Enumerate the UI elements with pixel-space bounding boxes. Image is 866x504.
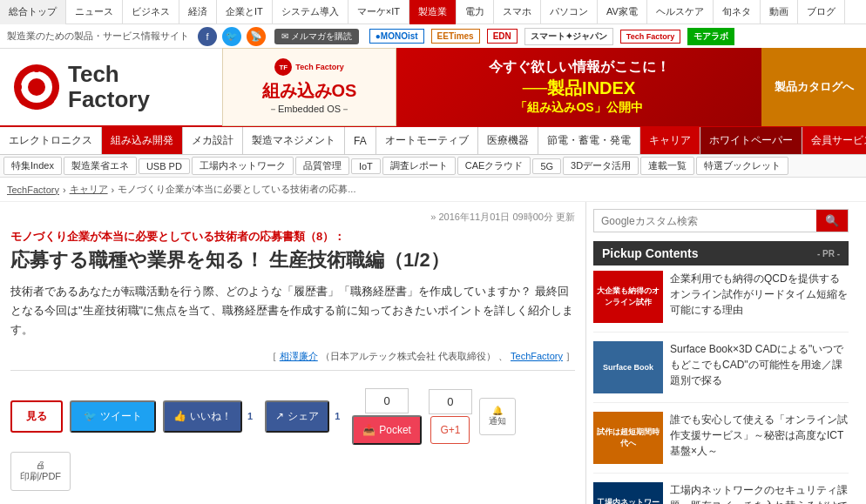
main-nav-item-8[interactable]: キャリア <box>640 127 700 154</box>
author-name[interactable]: 相澤廉介 <box>280 351 318 361</box>
monoist-logo[interactable]: ●MONOist <box>369 29 424 44</box>
pickup-title: Pickup Contents <box>602 246 698 260</box>
mail-button[interactable]: ✉ メルマガを購読 <box>274 29 359 44</box>
top-nav-tab-10[interactable]: パソコン <box>541 0 598 24</box>
top-nav-tab-5[interactable]: システム導入 <box>273 0 348 24</box>
main-nav-item-7[interactable]: 節電・蓄電・発電 <box>538 127 640 154</box>
sub-nav-item-4[interactable]: 品質管理 <box>295 157 349 175</box>
top-nav-tab-3[interactable]: 経済 <box>179 0 217 24</box>
top-nav-tab-9[interactable]: スマホ <box>494 0 541 24</box>
like-label: いいね！ <box>190 409 232 424</box>
top-nav-tab-1[interactable]: ニュース <box>66 0 123 24</box>
print-button[interactable]: 🖨 印刷/PDF <box>10 452 71 491</box>
notify-count-box: 0 <box>365 388 409 413</box>
main-nav-item-9[interactable]: ホワイトペーパー <box>700 127 802 154</box>
top-nav-tab-12[interactable]: ヘルスケア <box>647 0 714 24</box>
gplus-count: 0 <box>447 395 453 408</box>
gplus-button[interactable]: G+1 <box>430 416 470 444</box>
sub-nav-item-2[interactable]: USB PD <box>139 158 190 174</box>
content-area: » 2016年11月01日 09時00分 更新 モノづくり企業が本当に必要として… <box>0 202 866 504</box>
pickup-text-1[interactable]: Surface Book×3D CADによる"いつでもどこでもCAD"の可能性を… <box>670 341 849 393</box>
view-button[interactable]: 見る <box>10 400 63 433</box>
like-button[interactable]: 👍 いいね！ <box>163 400 242 433</box>
top-nav-tab-8[interactable]: 電力 <box>457 0 494 24</box>
main-nav-item-6[interactable]: 医療機器 <box>478 127 538 154</box>
top-nav-tab-13[interactable]: 旬ネタ <box>714 0 761 24</box>
rss-icon[interactable]: 📡 <box>247 27 266 46</box>
techfactory-partner-logo[interactable]: Tech Factory <box>620 30 680 44</box>
svg-rect-4 <box>34 103 39 110</box>
notify-button[interactable]: 🔔 通知 <box>479 398 516 435</box>
site-info-bar: 製造業のための製品・サービス情報サイト f 🐦 📡 ✉ メルマガを購読 ●MON… <box>0 24 866 49</box>
pickup-item-1: Surface Book Surface Book×3D CADによる"いつでも… <box>593 341 849 403</box>
svg-rect-3 <box>34 65 39 72</box>
pickup-thumb-img-0: 大企業も納得のオンライン試作 <box>593 271 663 323</box>
article-date: » 2016年11月01日 09時00分 更新 <box>10 211 575 224</box>
sidebar: 🔍 Pickup Contents - PR - 大企業も納得のオンライン試作 … <box>585 202 856 504</box>
twitter-icon[interactable]: 🐦 <box>222 27 241 46</box>
banner-left[interactable]: TF Tech Factory 組み込みOS －Embedded OS－ <box>222 48 396 126</box>
pickup-item-2: 試作は超短期間時代へ 誰でも安心して使える「オンライン試作支援サービス」～秘密は… <box>593 412 849 474</box>
breadcrumb-career[interactable]: キャリア <box>70 183 108 196</box>
facebook-icon[interactable]: f <box>198 27 217 46</box>
partner-logos: ●MONOist EETimes EDN スマート✦ジャパン Tech Fact… <box>369 28 734 45</box>
pickup-item-3: 工場内ネットワーク 工場内ネットワークのセキュリティ課題、既存スイッチを入れ替え… <box>593 482 849 504</box>
share-count: 1 <box>329 409 345 423</box>
breadcrumb-home[interactable]: TechFactory <box>7 185 59 195</box>
top-nav-tab-15[interactable]: ブログ <box>798 0 845 24</box>
banner-small-label: Tech Factory <box>295 63 343 71</box>
main-nav-item-5[interactable]: オートモーティブ <box>376 127 478 154</box>
top-nav-tab-2[interactable]: ビジネス <box>123 0 179 24</box>
share-label: シェア <box>288 409 319 424</box>
author-site[interactable]: TechFactory <box>511 351 563 361</box>
pickup-text-3[interactable]: 工場内ネットワークのセキュリティ課題、既存スイッチを入れ替えるだけで強力に保護 <box>670 482 849 504</box>
author-company: （日本アルテック株式会社 代表取締役） <box>321 351 496 361</box>
eetimes-logo[interactable]: EETimes <box>431 29 480 44</box>
sub-nav-item-0[interactable]: 特集Index <box>3 157 62 175</box>
smartjapan-logo[interactable]: スマート✦ジャパン <box>524 28 613 45</box>
sub-nav-item-3[interactable]: 工場内ネットワーク <box>192 157 294 175</box>
sub-nav-item-11[interactable]: 特選ブックレット <box>696 157 788 175</box>
twitter-label: ツイート <box>100 409 142 424</box>
share-button[interactable]: ↗ シェア <box>265 400 329 433</box>
edn-logo[interactable]: EDN <box>487 29 518 44</box>
pocket-button[interactable]: 📥 Pocket <box>352 415 422 445</box>
sub-nav-item-1[interactable]: 製造業省エネ <box>64 157 137 175</box>
main-nav-item-10[interactable]: 会員サービス <box>802 127 866 154</box>
top-nav-tab-6[interactable]: マーケ×IT <box>348 0 409 24</box>
top-nav-tab-0[interactable]: 総合トップ <box>0 0 66 24</box>
top-nav-tab-14[interactable]: 動画 <box>761 0 798 24</box>
search-button[interactable]: 🔍 <box>816 210 848 232</box>
notify-icon: 🔔 <box>492 406 503 415</box>
sub-nav-item-5[interactable]: IoT <box>351 158 381 174</box>
pickup-text-0[interactable]: 企業利用でも納得のQCDを提供するオンライン試作がリードタイム短縮を可能にする理… <box>670 271 849 323</box>
main-nav-item-2[interactable]: メカ設計 <box>183 127 243 154</box>
search-input[interactable] <box>594 210 816 232</box>
main-nav-item-3[interactable]: 製造マネジメント <box>243 127 345 154</box>
sub-nav-item-6[interactable]: 調査レポート <box>382 157 456 175</box>
pickup-text-2[interactable]: 誰でも安心して使える「オンライン試作支援サービス」～秘密は高度なICT基盤×人～ <box>670 412 849 464</box>
sub-nav-item-10[interactable]: 連載一覧 <box>640 157 694 175</box>
svg-rect-5 <box>15 84 22 90</box>
moalabo-logo[interactable]: モアラボ <box>687 28 734 45</box>
sub-nav-item-9[interactable]: 3Dデータ活用 <box>563 157 639 175</box>
main-nav-item-4[interactable]: FA <box>345 127 376 154</box>
top-nav-tab-4[interactable]: 企業とIT <box>217 0 273 24</box>
twitter-button[interactable]: 🐦 ツイート <box>70 400 156 433</box>
banner-right-line1: 今すぐ欲しい情報がここに！ <box>489 58 670 77</box>
top-nav-tab-7[interactable]: 製造業 <box>409 0 457 24</box>
logo-area[interactable]: Tech Factory <box>0 53 222 120</box>
breadcrumb: TechFactory › キャリア › モノづくり企業が本当に必要としている技… <box>0 178 866 202</box>
banner-catalog-button[interactable]: 製品カタログへ <box>761 48 866 126</box>
breadcrumb-sep1: › <box>63 185 66 195</box>
banner-right[interactable]: 今すぐ欲しい情報がここに！ ──製品INDEX 「組み込みOS」公開中 <box>396 48 761 126</box>
main-nav-item-1[interactable]: 組み込み開発 <box>102 127 183 154</box>
pickup-header: Pickup Contents - PR - <box>593 241 849 265</box>
top-nav-tab-11[interactable]: AV家電 <box>598 0 647 24</box>
sub-nav-item-7[interactable]: CAEクラウド <box>457 157 531 175</box>
like-icon: 👍 <box>173 410 186 422</box>
main-content: » 2016年11月01日 09時00分 更新 モノづくり企業が本当に必要として… <box>0 202 585 504</box>
banner-area: TF Tech Factory 組み込みOS －Embedded OS－ 今すぐ… <box>222 48 866 126</box>
sub-nav-item-8[interactable]: 5G <box>532 158 561 174</box>
main-nav-item-0[interactable]: エレクトロニクス <box>0 127 102 154</box>
